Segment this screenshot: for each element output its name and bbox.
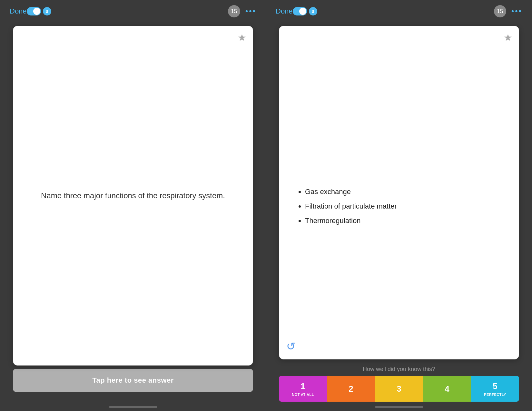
left-toggle-knob — [33, 8, 40, 15]
left-toggle-switch[interactable] — [27, 7, 41, 15]
answer-list-item: Thermoregulation — [305, 216, 506, 226]
left-toggle-number: 0 — [43, 7, 51, 15]
right-card-wrapper: ★ Gas exchangeFiltration of particulate … — [266, 23, 532, 366]
left-done-button[interactable]: Done — [10, 7, 27, 15]
right-top-bar: Done 0 15 ••• — [266, 0, 532, 23]
left-more-dots-button[interactable]: ••• — [245, 7, 256, 16]
right-phone-panel: Done 0 15 ••• ★ Gas exchangeFiltration o… — [266, 0, 532, 411]
left-card-question: Name three major functions of the respir… — [41, 190, 225, 201]
left-card-wrapper: ★ Name three major functions of the resp… — [0, 23, 266, 369]
rating-buttons-container: 1NOT AT ALL2345PERFECTLY — [279, 376, 519, 402]
right-done-button[interactable]: Done — [276, 7, 293, 15]
tap-button-label: Tap here to see answer — [92, 376, 174, 385]
left-toggle-area: 0 — [27, 7, 51, 15]
rating-button-4[interactable]: 4 — [423, 376, 471, 402]
rating-number-1: 1 — [300, 381, 305, 391]
rating-label-5: PERFECTLY — [484, 393, 506, 396]
rating-question-label: How well did you know this? — [279, 366, 519, 373]
rating-number-4: 4 — [445, 384, 449, 394]
undo-icon[interactable]: ↺ — [286, 340, 295, 353]
left-top-bar: Done 0 15 ••• — [0, 0, 266, 23]
left-phone-panel: Done 0 15 ••• ★ Name three major functio… — [0, 0, 266, 411]
rating-button-2[interactable]: 2 — [327, 376, 375, 402]
left-tap-area: Tap here to see answer — [0, 369, 266, 402]
right-flashcard[interactable]: ★ Gas exchangeFiltration of particulate … — [279, 26, 519, 359]
answer-list: Gas exchangeFiltration of particulate ma… — [292, 187, 506, 226]
rating-button-5[interactable]: 5PERFECTLY — [471, 376, 519, 402]
answer-list-item: Gas exchange — [305, 187, 506, 197]
left-home-indicator — [109, 406, 157, 408]
right-toggle-switch[interactable] — [293, 7, 307, 15]
right-more-dots-button[interactable]: ••• — [511, 7, 522, 16]
rating-number-5: 5 — [493, 381, 497, 391]
rating-button-3[interactable]: 3 — [375, 376, 423, 402]
rating-button-1[interactable]: 1NOT AT ALL — [279, 376, 327, 402]
rating-number-3: 3 — [397, 384, 401, 394]
right-home-indicator — [375, 406, 423, 408]
right-star-icon[interactable]: ★ — [504, 32, 512, 43]
left-flashcard[interactable]: ★ Name three major functions of the resp… — [13, 26, 253, 366]
left-star-icon[interactable]: ★ — [238, 32, 246, 43]
left-count-badge: 15 — [228, 5, 240, 17]
right-toggle-area: 0 — [293, 7, 317, 15]
answer-list-item: Filtration of particulate matter — [305, 201, 506, 211]
rating-number-2: 2 — [349, 384, 353, 394]
right-toggle-knob — [299, 8, 306, 15]
tap-here-button[interactable]: Tap here to see answer — [13, 369, 253, 392]
right-toggle-number: 0 — [309, 7, 317, 15]
rating-label-1: NOT AT ALL — [292, 393, 314, 396]
right-count-badge: 15 — [494, 5, 506, 17]
rating-section: How well did you know this? 1NOT AT ALL2… — [266, 366, 532, 402]
right-card-answer: Gas exchangeFiltration of particulate ma… — [292, 187, 506, 230]
